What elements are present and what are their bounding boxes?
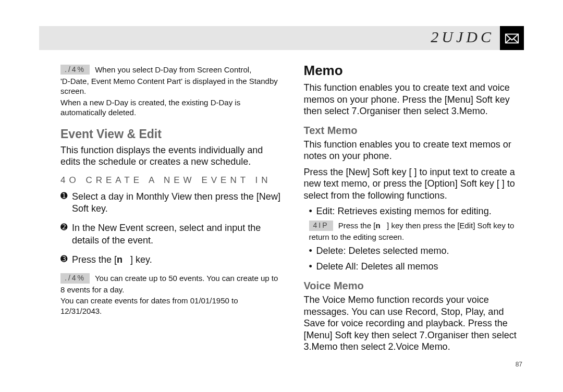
note-block: ./4% When you select D-Day from Screen C… xyxy=(60,65,281,118)
step-number-icon: ➋ xyxy=(60,222,72,247)
subsection-intro: This function enables you to create text… xyxy=(304,139,524,162)
key-label: n xyxy=(117,254,123,265)
bullet-text: Delete All: Deletes all memos xyxy=(316,261,524,273)
tip-fragment: Press the [ xyxy=(338,221,376,230)
step-text: Press the [n ] key. xyxy=(72,254,281,266)
step-2: ➋ In the New Event screen, select and in… xyxy=(60,222,281,247)
note-line: When a new D-Day is created, the existin… xyxy=(60,97,281,118)
page-header-bar: 2UJDC xyxy=(39,26,524,50)
bullet-delete: • Delete: Deletes selected memo. xyxy=(309,245,524,257)
bullet-delete-all: • Delete All: Deletes all memos xyxy=(309,261,524,273)
note-text: ./4% You can create up to 50 events. You… xyxy=(60,273,281,284)
step-number-icon: ➌ xyxy=(60,254,72,266)
right-column: Memo This function enables you to create… xyxy=(292,63,524,371)
tip-label: 4IP xyxy=(309,220,333,230)
manual-page: 2UJDC ./4% When you select D-Day from Sc… xyxy=(0,0,563,392)
note-text: ./4% When you select D-Day from Screen C… xyxy=(60,65,281,75)
procedure-heading: 4O CREATE A NEW EVENT IN xyxy=(60,175,281,186)
note-line: You can create events for dates from 01/… xyxy=(60,296,281,316)
subsection-intro: The Voice Memo function records your voi… xyxy=(304,294,524,353)
section-heading-event-view-edit: Event View & Edit xyxy=(60,127,281,141)
tip-text: 4IP Press the [n ] key then press the [E… xyxy=(309,220,524,231)
content-columns: ./4% When you select D-Day from Screen C… xyxy=(60,63,524,371)
bullet-dot-icon: • xyxy=(309,245,316,257)
note-line: When you select D-Day from Screen Contro… xyxy=(95,65,251,74)
envelope-icon-svg xyxy=(504,30,520,46)
step-text: Select a day in Monthly View then press … xyxy=(72,191,281,215)
tip-line: return to the editing screen. xyxy=(309,232,524,242)
note-block: ./4% You can create up to 50 events. You… xyxy=(60,273,281,316)
bullet-dot-icon: • xyxy=(309,205,316,217)
key-label: n xyxy=(375,221,380,230)
subsection-heading-text-memo: Text Memo xyxy=(304,125,524,137)
bullet-edit: • Edit: Retrieves existing memos for edi… xyxy=(309,205,524,217)
tip-fragment: ] key then press the [Edit] Soft key to xyxy=(387,221,514,230)
envelope-icon xyxy=(500,26,524,50)
note-line: You can create up to 50 events. You can … xyxy=(95,274,278,283)
tip-block: 4IP Press the [n ] key then press the [E… xyxy=(309,220,524,242)
subsection-text: Press the [New] Soft key [ ] to input te… xyxy=(304,166,524,202)
page-header-title: 2UJDC xyxy=(431,28,494,46)
page-number: 87 xyxy=(516,361,522,368)
step-3: ➌ Press the [n ] key. xyxy=(60,254,281,266)
subsection-heading-voice-memo: Voice Memo xyxy=(304,280,524,292)
note-line: 'D-Date, Event Memo Content Part' is dis… xyxy=(60,76,281,96)
bullet-text: Delete: Deletes selected memo. xyxy=(316,245,524,257)
step-1: ➊ Select a day in Monthly View then pres… xyxy=(60,191,281,215)
step-fragment: Press the [ xyxy=(72,254,117,265)
step-text: In the New Event screen, select and inpu… xyxy=(72,222,281,247)
section-intro: This function enables you to create text… xyxy=(304,82,524,117)
section-intro: This function displays the events indivi… xyxy=(60,144,281,168)
section-heading-memo: Memo xyxy=(304,63,524,79)
step-number-icon: ➊ xyxy=(60,191,72,215)
note-label: ./4% xyxy=(60,273,90,283)
note-label: ./4% xyxy=(60,65,90,75)
bullet-dot-icon: • xyxy=(309,261,316,273)
bullet-text: Edit: Retrieves existing memos for editi… xyxy=(316,205,524,217)
note-line: 8 events for a day. xyxy=(60,285,281,295)
step-fragment: ] key. xyxy=(130,254,152,265)
left-column: ./4% When you select D-Day from Screen C… xyxy=(60,63,292,371)
